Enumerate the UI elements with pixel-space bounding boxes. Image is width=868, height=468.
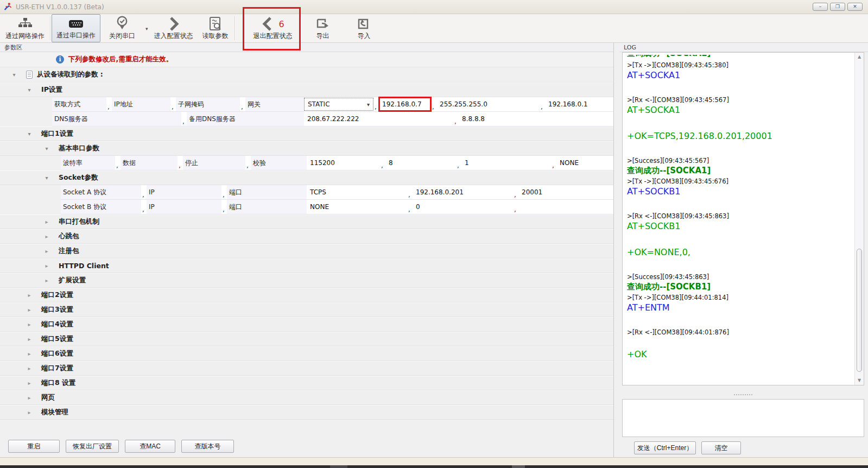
socket-b-port-field[interactable] (518, 200, 613, 214)
minimize-button[interactable]: – (813, 3, 828, 11)
socket-b-protocol-field[interactable]: NONE (307, 200, 407, 214)
socket-b-ip-field[interactable]: 0 (413, 200, 513, 214)
expander-icon[interactable]: ▸ (26, 409, 33, 415)
section-packing[interactable]: ▸串口打包机制 (0, 214, 613, 229)
log-scrollbar[interactable]: ▲ ▼ (854, 53, 864, 385)
separator (456, 156, 461, 170)
expander-icon[interactable]: ▸ (43, 263, 50, 269)
log-line: 查询成功--[SOCKB1] (627, 282, 852, 292)
expander-icon[interactable]: ▸ (26, 351, 33, 357)
separator (380, 156, 385, 170)
section-port6[interactable]: ▸端口6设置 (0, 346, 613, 361)
toolbar-enter-config-button[interactable]: 进入配置状态 (150, 14, 198, 42)
clear-button[interactable]: 清空 (701, 441, 741, 454)
subnet-mask-field[interactable]: 255.255.255.0 (436, 97, 540, 111)
toolbar-export-button[interactable]: 导出 (306, 14, 340, 42)
gateway-field[interactable]: 192.168.0.1 (545, 97, 613, 111)
section-port2[interactable]: ▸端口2设置 (0, 288, 613, 302)
dns-primary-field[interactable]: 208.67.222.222 (304, 112, 453, 126)
send-input[interactable] (622, 399, 864, 437)
socket-a-protocol-field[interactable]: TCPS (307, 185, 407, 199)
log-splitter[interactable] (622, 392, 864, 399)
section-ip-settings[interactable]: ▾ IP设置 (0, 83, 613, 97)
toolbar-network-mode-button[interactable]: 通过网络操作 (1, 14, 49, 42)
send-button[interactable]: 发送（Ctrl+Enter） (634, 441, 696, 454)
query-mac-button[interactable]: 查MAC (125, 440, 175, 453)
tree-root-row[interactable]: ▾ 从设备读取到的参数 : (0, 67, 613, 83)
expander-icon[interactable]: ▸ (26, 307, 33, 313)
pin-check-icon (115, 15, 129, 31)
section-port7[interactable]: ▸端口7设置 (0, 361, 613, 376)
section-label: Socket参数 (59, 173, 98, 182)
expander-icon[interactable]: ▾ (11, 72, 17, 78)
expander-icon[interactable]: ▾ (43, 146, 50, 151)
toolbar-exit-config-button[interactable]: 6 退出配置状态 (247, 14, 299, 42)
section-module-management[interactable]: ▸模块管理 (0, 405, 613, 420)
socket-a-port-field[interactable]: 20001 (518, 185, 613, 199)
ip-address-field[interactable]: 192.168.0.7 (379, 97, 431, 111)
section-port5[interactable]: ▸端口5设置 (0, 332, 613, 346)
toolbar-read-params-button[interactable]: 读取参数 (198, 14, 233, 42)
log-line: +OK=TCPS,192.168.0.201,20001 (627, 131, 852, 141)
ip-method-dropdown[interactable]: STATIC (304, 98, 373, 111)
section-registration[interactable]: ▸注册包 (0, 244, 613, 258)
field-label: 获取方式 (52, 97, 106, 111)
restore-button[interactable]: ❐ (830, 3, 845, 11)
expander-icon[interactable]: ▸ (43, 219, 50, 225)
separator (453, 112, 459, 126)
expander-icon[interactable]: ▸ (26, 321, 33, 327)
log-buttons-row: 发送（Ctrl+Enter） 清空 (634, 441, 741, 454)
log-line: AT+SOCKA1 (627, 70, 852, 80)
restart-button[interactable]: 重启 (8, 440, 60, 453)
separator (141, 185, 147, 199)
section-port1-settings[interactable]: ▾ 端口1设置 (0, 127, 613, 141)
separator (513, 200, 518, 214)
expander-icon[interactable]: ▸ (26, 380, 33, 386)
baud-rate-field[interactable]: 115200 (307, 156, 380, 170)
separator (106, 97, 112, 111)
section-port3[interactable]: ▸端口3设置 (0, 302, 613, 317)
expander-icon[interactable]: ▸ (26, 292, 33, 298)
section-socket-params[interactable]: ▾ Socket参数 (0, 170, 613, 185)
toolbar-serial-mode-button[interactable]: 通过串口操作 (52, 14, 100, 42)
expander-icon[interactable]: ▸ (43, 248, 50, 254)
section-port4[interactable]: ▸端口4设置 (0, 317, 613, 332)
query-version-button[interactable]: 查版本号 (181, 440, 234, 453)
expander-icon[interactable]: ▸ (26, 365, 33, 371)
close-button[interactable]: ✕ (847, 3, 863, 11)
panel-splitter[interactable] (613, 43, 619, 457)
parity-field[interactable]: NONE (556, 156, 613, 170)
section-label: 串口打包机制 (59, 217, 99, 226)
separator (221, 185, 227, 199)
section-webpage[interactable]: ▸网页 (0, 390, 613, 405)
section-heartbeat[interactable]: ▸心跳包 (0, 229, 613, 244)
toolbar-close-serial-button[interactable]: 关闭串口 (100, 14, 144, 42)
serial-port-icon (68, 17, 84, 31)
expander-icon[interactable]: ▸ (26, 395, 33, 401)
expander-icon[interactable]: ▾ (26, 131, 33, 137)
expander-icon[interactable]: ▸ (43, 277, 50, 283)
toolbar-button-label: 读取参数 (202, 31, 229, 41)
scrollbar-thumb[interactable] (857, 249, 862, 371)
scroll-up-icon[interactable]: ▲ (855, 53, 864, 61)
expander-icon[interactable]: ▾ (26, 87, 33, 93)
expander-icon[interactable]: ▸ (26, 336, 33, 342)
scroll-down-icon[interactable]: ▼ (855, 376, 864, 385)
factory-reset-button[interactable]: 恢复出厂设置 (66, 440, 119, 453)
close-serial-dropdown[interactable] (144, 14, 150, 42)
info-icon: i (56, 55, 64, 64)
data-bits-field[interactable]: 8 (385, 156, 456, 170)
section-extended[interactable]: ▸扩展设置 (0, 273, 613, 288)
section-httpd-client[interactable]: ▸HTTPD Client (0, 258, 613, 273)
section-port8[interactable]: ▸端口8 设置 (0, 376, 613, 390)
socket-a-ip-field[interactable]: 192.168.0.201 (413, 185, 513, 199)
field-label: Socket A 协议 (61, 185, 141, 199)
toolbar-import-button[interactable]: 导入 (347, 14, 381, 42)
expander-icon[interactable]: ▸ (43, 233, 50, 239)
section-basic-serial[interactable]: ▾ 基本串口参数 (0, 141, 613, 156)
stop-bits-field[interactable]: 1 (461, 156, 551, 170)
expander-icon[interactable]: ▾ (43, 175, 50, 181)
field-label: 数据 (121, 156, 178, 170)
dns-secondary-field[interactable]: 8.8.8.8 (459, 112, 613, 126)
status-strip (0, 457, 868, 465)
